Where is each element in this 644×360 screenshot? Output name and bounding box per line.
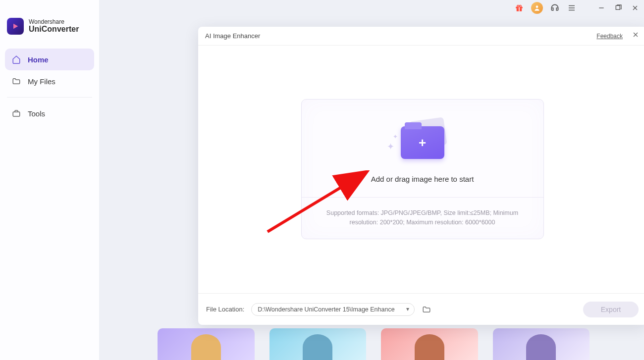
sidebar-item-home[interactable]: Home — [5, 49, 94, 70]
menu-icon[interactable] — [567, 3, 577, 13]
ai-image-enhancer-dialog: AI Image Enhancer Feedback ✦ ✦ + — [198, 27, 644, 325]
topbar — [514, 2, 640, 14]
toolbox-icon — [12, 109, 21, 118]
open-folder-button[interactable] — [422, 305, 431, 314]
thumb-3[interactable] — [381, 328, 478, 360]
svg-point-5 — [519, 5, 521, 7]
svg-point-6 — [536, 5, 538, 8]
sidebar-item-myfiles[interactable]: My Files — [5, 70, 94, 92]
dropzone-text: Add or drag image here to start — [371, 175, 474, 183]
folder-illustration: ✦ ✦ + — [388, 118, 457, 162]
brand-line2: UniConverter — [29, 25, 79, 34]
svg-rect-3 — [519, 7, 520, 11]
file-location-select[interactable]: D:\Wondershare UniConverter 15\Image Enh… — [251, 303, 415, 316]
sidebar-item-label: Tools — [28, 109, 45, 118]
sidebar-item-tools[interactable]: Tools — [5, 103, 94, 124]
file-location-label: File Location: — [206, 306, 244, 313]
dropzone[interactable]: ✦ ✦ + Add or drag image here to start Su… — [301, 99, 544, 239]
dropzone-note: Supported formats: JPG/PNG/JPEG/BMP, Siz… — [302, 197, 543, 239]
sidebar-separator — [7, 97, 92, 98]
home-icon — [12, 55, 21, 64]
window-minimize-icon[interactable] — [596, 3, 606, 13]
dialog-body: ✦ ✦ + Add or drag image here to start Su… — [198, 46, 644, 293]
svg-point-4 — [517, 5, 519, 7]
window-maximize-icon[interactable] — [613, 3, 623, 13]
brand-logo: Wondershare UniConverter — [5, 4, 94, 49]
brand-line1: Wondershare — [29, 19, 79, 25]
feedback-link[interactable]: Feedback — [596, 33, 623, 40]
thumb-1[interactable] — [158, 328, 255, 360]
thumb-2[interactable] — [269, 328, 367, 360]
dialog-header: AI Image Enhancer Feedback — [198, 27, 644, 46]
plus-icon: + — [419, 135, 426, 151]
sidebar-item-label: Home — [28, 55, 49, 64]
file-location-value: D:\Wondershare UniConverter 15\Image Enh… — [258, 306, 394, 313]
svg-rect-7 — [616, 5, 620, 9]
sidebar: Wondershare UniConverter Home My Files T… — [0, 0, 99, 360]
avatar[interactable] — [531, 2, 543, 14]
dialog-footer: File Location: D:\Wondershare UniConvert… — [198, 293, 644, 325]
export-button[interactable]: Export — [583, 302, 639, 317]
main-area: n AI Image Enhancer Feedback — [99, 0, 644, 360]
thumbnail-strip — [158, 328, 590, 360]
folder-icon — [12, 77, 21, 86]
gift-icon[interactable] — [514, 3, 524, 13]
app-root: Wondershare UniConverter Home My Files T… — [0, 0, 644, 360]
dialog-title: AI Image Enhancer — [205, 32, 260, 40]
thumb-4[interactable] — [493, 328, 590, 360]
close-icon[interactable] — [632, 31, 640, 41]
dropzone-top: ✦ ✦ + Add or drag image here to start — [302, 100, 543, 197]
brand-badge — [7, 18, 24, 35]
sidebar-item-label: My Files — [28, 77, 55, 86]
headset-icon[interactable] — [550, 3, 560, 13]
chevron-down-icon: ▾ — [406, 306, 409, 312]
svg-rect-0 — [13, 112, 20, 116]
window-close-icon[interactable] — [630, 3, 640, 13]
